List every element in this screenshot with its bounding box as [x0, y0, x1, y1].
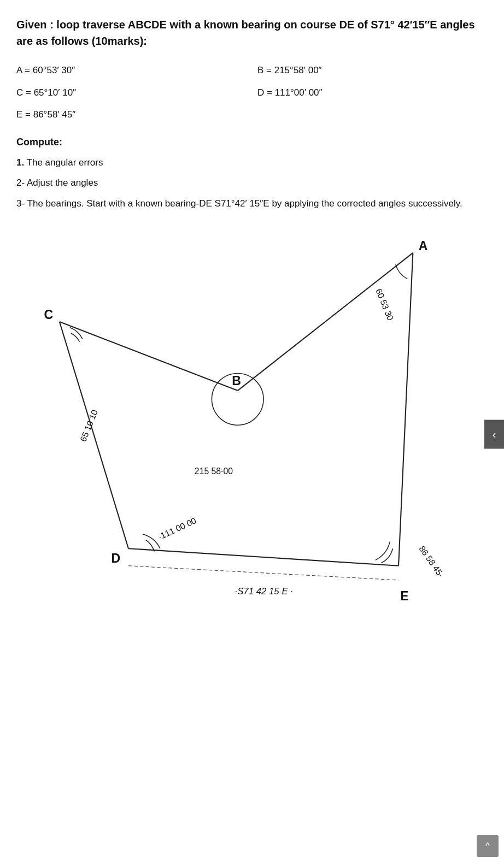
label-a: A [419, 239, 428, 253]
angle-label-b: 215 58·00 [195, 467, 233, 476]
task-1-number: 1. [16, 157, 24, 168]
svg-line-1 [60, 322, 238, 391]
task-3: 3- The bearings. Start with a known bear… [16, 197, 488, 211]
traverse-diagram: A B C D E 65 10 10 [16, 221, 488, 669]
content-area: Given : loop traverse ABCDE with a known… [0, 0, 504, 868]
angle-label-c: 65 10 10 [78, 409, 99, 443]
diagram-container: A B C D E 65 10 10 [16, 221, 488, 669]
angle-placeholder [257, 107, 488, 123]
scroll-up-icon: ^ [485, 841, 490, 852]
angle-b: B = 215°58′ 00″ [257, 62, 488, 79]
svg-line-3 [128, 548, 398, 566]
page-container: Given : loop traverse ABCDE with a known… [0, 0, 504, 868]
angle-label-e: 86 58 45· [417, 544, 446, 579]
nav-arrow-button[interactable]: ‹ [484, 420, 504, 448]
angle-a: A = 60°53′ 30″ [16, 62, 247, 79]
compute-label: Compute: [16, 137, 488, 148]
angle-e: E = 86°58′ 45″ [16, 107, 247, 123]
svg-line-6 [128, 566, 398, 580]
task-1-text: The angular errors [24, 157, 103, 168]
task-3-number: 3- [16, 198, 25, 209]
angle-label-a: 60 53 30 [374, 287, 395, 322]
task-2-number: 2- [16, 178, 25, 188]
svg-line-4 [398, 253, 413, 566]
scroll-up-button[interactable]: ^ [477, 835, 499, 857]
label-d: D [111, 552, 120, 566]
angles-grid: A = 60°53′ 30″ B = 215°58′ 00″ C = 65°10… [16, 62, 488, 123]
task-3-text: The bearings. Start with a known bearing… [25, 198, 462, 209]
task-2-text: Adjust the angles [25, 178, 98, 188]
task-1: 1. The angular errors [16, 156, 488, 170]
task-2: 2- Adjust the angles [16, 176, 488, 190]
angle-label-d: ·111 00 00 [157, 516, 198, 541]
angle-d: D = 111°00′ 00″ [257, 85, 488, 102]
label-b: B [232, 374, 241, 388]
svg-line-2 [60, 322, 128, 548]
bearing-label: ·S71 42 15 E · [235, 587, 292, 597]
label-c: C [44, 308, 53, 322]
problem-title: Given : loop traverse ABCDE with a known… [16, 16, 488, 49]
nav-arrow-icon: ‹ [493, 428, 496, 440]
label-e: E [400, 589, 408, 603]
angle-c: C = 65°10′ 10″ [16, 85, 247, 102]
